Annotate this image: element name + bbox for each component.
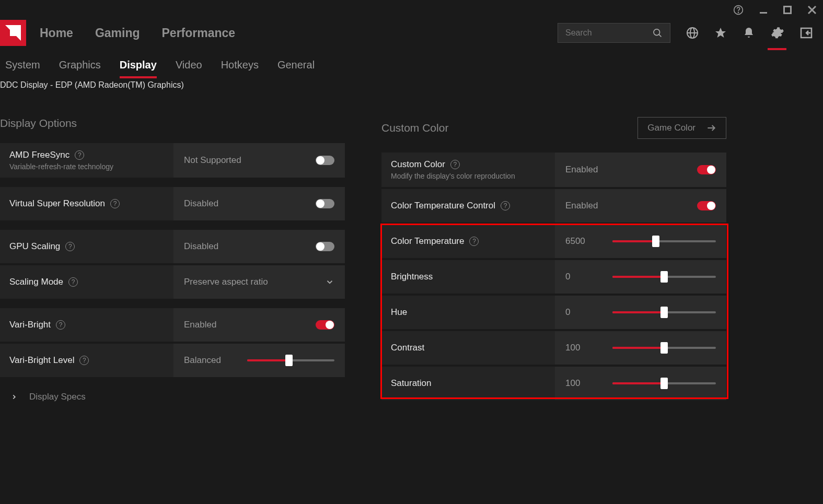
custom-color-status: Enabled <box>565 165 598 175</box>
color-temp-label: Color Temperature <box>391 236 464 247</box>
hue-label: Hue <box>391 307 407 318</box>
brightness-value: 0 <box>565 272 597 282</box>
custom-color-sublabel: Modify the display's color reproduction <box>391 172 555 180</box>
freesync-sublabel: Variable-refresh-rate technology <box>9 162 173 171</box>
svg-line-7 <box>659 34 661 37</box>
globe-icon[interactable] <box>686 27 699 39</box>
contrast-value: 100 <box>565 343 597 353</box>
chevron-down-icon <box>325 277 334 287</box>
subnav-video[interactable]: Video <box>176 59 202 71</box>
nav-performance[interactable]: Performance <box>162 26 236 40</box>
game-color-label: Game Color <box>647 123 696 133</box>
vari-bright-level-value: Balanced <box>184 355 221 366</box>
help-icon[interactable]: ? <box>469 237 479 246</box>
svg-point-6 <box>654 29 660 36</box>
freesync-label: AMD FreeSync <box>9 150 69 160</box>
color-temp-slider[interactable] <box>612 240 716 242</box>
scaling-mode-label: Scaling Mode <box>9 277 63 287</box>
nav-gaming[interactable]: Gaming <box>95 26 140 40</box>
svg-rect-2 <box>760 12 767 14</box>
subnav-general[interactable]: General <box>277 59 315 71</box>
color-temp-value: 6500 <box>565 236 597 247</box>
close-icon[interactable] <box>807 5 817 15</box>
game-color-button[interactable]: Game Color <box>637 117 726 139</box>
saturation-label: Saturation <box>391 378 432 389</box>
vsr-toggle[interactable] <box>316 199 334 208</box>
svg-rect-3 <box>784 7 791 14</box>
subnav-system[interactable]: System <box>5 59 40 71</box>
amd-logo[interactable] <box>0 20 26 46</box>
saturation-value: 100 <box>565 378 597 389</box>
gpu-scaling-label: GPU Scaling <box>9 241 60 252</box>
custom-color-title: Custom Color <box>381 122 448 134</box>
ctc-toggle[interactable] <box>697 201 716 210</box>
ctc-label-cell: Color Temperature Control ? <box>381 189 555 222</box>
vari-bright-status: Enabled <box>184 320 216 330</box>
display-identifier: DDC Display - EDP (AMD Radeon(TM) Graphi… <box>0 80 823 90</box>
svg-marker-11 <box>715 28 726 38</box>
help-icon[interactable]: ? <box>79 356 89 365</box>
maximize-icon[interactable] <box>783 6 792 14</box>
hue-slider[interactable] <box>612 311 716 313</box>
custom-color-label-cell: Custom Color ? Modify the display's colo… <box>381 153 555 187</box>
freesync-status: Not Supported <box>184 155 241 166</box>
subnav-hotkeys[interactable]: Hotkeys <box>221 59 259 71</box>
ctc-status: Enabled <box>565 201 598 211</box>
subnav-graphics[interactable]: Graphics <box>59 59 101 71</box>
arrow-right-icon <box>706 123 716 133</box>
hue-label-cell: Hue <box>381 296 555 329</box>
color-temp-label-cell: Color Temperature ? <box>381 225 555 258</box>
custom-color-label: Custom Color <box>391 159 445 170</box>
help-icon[interactable]: ? <box>450 160 460 169</box>
help-icon[interactable]: ? <box>65 242 75 251</box>
scaling-mode-dropdown[interactable]: Preserve aspect ratio <box>173 265 345 299</box>
vari-bright-level-label: Vari-Bright Level <box>9 355 74 366</box>
vari-bright-level-label-cell: Vari-Bright Level ? <box>0 344 173 377</box>
search-icon[interactable] <box>652 28 663 38</box>
search-input[interactable] <box>565 28 639 38</box>
vari-bright-level-slider[interactable] <box>247 359 334 361</box>
brightness-slider[interactable] <box>612 276 716 278</box>
collapse-icon[interactable] <box>800 27 813 39</box>
contrast-slider[interactable] <box>612 347 716 349</box>
gpu-scaling-label-cell: GPU Scaling ? <box>0 230 173 263</box>
search-box[interactable] <box>558 23 670 43</box>
scaling-mode-label-cell: Scaling Mode ? <box>0 265 173 299</box>
help-icon[interactable]: ? <box>68 277 78 287</box>
display-options-title: Display Options <box>0 117 77 130</box>
freesync-toggle[interactable] <box>316 156 334 165</box>
display-specs-label: Display Specs <box>29 392 86 402</box>
svg-point-1 <box>738 12 739 13</box>
bell-icon[interactable] <box>743 27 755 39</box>
contrast-label: Contrast <box>391 343 424 353</box>
brightness-label-cell: Brightness <box>381 260 555 294</box>
saturation-label-cell: Saturation <box>381 367 555 400</box>
contrast-label-cell: Contrast <box>381 331 555 365</box>
freesync-label-cell: AMD FreeSync ? Variable-refresh-rate tec… <box>0 143 173 178</box>
vsr-status: Disabled <box>184 198 218 209</box>
help-icon[interactable]: ? <box>501 201 510 210</box>
help-icon[interactable]: ? <box>110 199 120 208</box>
scaling-mode-value: Preserve aspect ratio <box>184 277 268 287</box>
gpu-scaling-toggle[interactable] <box>316 242 334 251</box>
ctc-label: Color Temperature Control <box>391 201 495 211</box>
gear-icon[interactable] <box>771 26 784 40</box>
vsr-label-cell: Virtual Super Resolution ? <box>0 187 173 220</box>
help-icon[interactable] <box>733 5 744 15</box>
help-icon[interactable]: ? <box>75 150 84 160</box>
display-specs-toggle[interactable]: Display Specs <box>0 392 345 402</box>
vari-bright-label: Vari-Bright <box>9 320 51 330</box>
help-icon[interactable]: ? <box>56 320 65 330</box>
nav-home[interactable]: Home <box>40 26 73 40</box>
vari-bright-toggle[interactable] <box>316 320 334 330</box>
hue-value: 0 <box>565 307 597 318</box>
subnav-display[interactable]: Display <box>120 59 157 71</box>
star-icon[interactable] <box>714 27 727 39</box>
custom-color-toggle[interactable] <box>697 165 716 174</box>
vari-bright-label-cell: Vari-Bright ? <box>0 308 173 342</box>
gpu-scaling-status: Disabled <box>184 241 218 252</box>
brightness-label: Brightness <box>391 272 433 282</box>
saturation-slider[interactable] <box>612 382 716 384</box>
vsr-label: Virtual Super Resolution <box>9 198 105 209</box>
minimize-icon[interactable] <box>759 6 768 14</box>
